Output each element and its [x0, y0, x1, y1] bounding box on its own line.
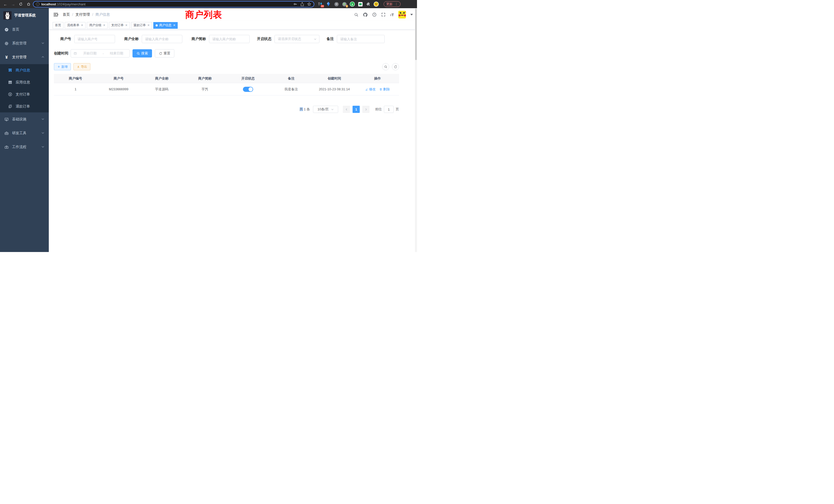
export-button[interactable]: 导出: [73, 63, 90, 70]
browser-home-button[interactable]: [25, 1, 32, 7]
cell-actions: 修改 删除: [356, 83, 399, 95]
close-icon[interactable]: ✕: [103, 24, 105, 27]
close-icon[interactable]: ✕: [81, 24, 83, 27]
chevron-down-icon: [331, 108, 334, 111]
reset-button-label: 重置: [163, 51, 170, 56]
monitor-icon: [4, 117, 9, 122]
user-avatar[interactable]: [398, 11, 406, 19]
browser-back-button[interactable]: ←: [2, 1, 9, 7]
tag-process-form[interactable]: 流程表单✕: [65, 22, 86, 29]
sidebar-item-infra[interactable]: 基础设施: [0, 112, 49, 126]
breadcrumb-pay[interactable]: 支付管理: [75, 12, 90, 17]
full-name-input[interactable]: [142, 35, 182, 43]
breadcrumb-current: 商户信息: [95, 12, 110, 17]
add-button[interactable]: 新增: [54, 63, 71, 70]
column-header: 创建时间: [313, 74, 356, 83]
goto-page-input[interactable]: [384, 106, 394, 113]
tag-merchant-info[interactable]: 商户信息✕: [153, 22, 178, 29]
page-scrollbar[interactable]: [415, 8, 417, 252]
browser-menu-icon[interactable]: ⋮: [395, 3, 398, 5]
tag-user-group[interactable]: 用户分组✕: [87, 22, 108, 29]
sidebar: 芋道管理系统 首页 系统管理 ¥ 支付管理: [0, 8, 49, 252]
filter-label: 商户全称: [121, 37, 142, 41]
dashboard-icon: [4, 27, 9, 32]
browser-refresh-button[interactable]: [18, 1, 24, 7]
sidebar-item-refund-order[interactable]: 退款订单: [0, 100, 49, 112]
reset-button[interactable]: 重置: [155, 49, 174, 58]
calendar-icon: [73, 51, 77, 55]
extension-pin-icon[interactable]: [326, 2, 331, 7]
table-row: 1 M233666999 芋道源码 芋艿 我是备注 2021-10-23 08:…: [54, 83, 399, 95]
breadcrumb: 首页 / 支付管理 / 商户信息: [63, 12, 110, 17]
column-header: 开启状态: [226, 74, 270, 83]
short-name-input[interactable]: [209, 35, 249, 43]
cell-remark: 我是备注: [270, 83, 313, 95]
search-icon[interactable]: [354, 13, 358, 17]
sidebar-item-home[interactable]: 首页: [0, 23, 49, 37]
extension-command-icon[interactable]: ⌘: [334, 2, 339, 7]
close-icon[interactable]: ✕: [125, 24, 127, 27]
filter-row-2: 创建时间 开始日期 - 结束日期 搜索 重置: [54, 49, 399, 58]
password-key-icon[interactable]: [293, 2, 297, 6]
avatar-caret-icon[interactable]: [410, 14, 413, 16]
tag-home[interactable]: 首页: [53, 22, 63, 29]
refresh-table-button[interactable]: [392, 63, 399, 70]
status-select[interactable]: 请选择开启状态: [275, 35, 320, 43]
sidebar-collapse-button[interactable]: [53, 12, 59, 18]
site-info-icon[interactable]: i: [36, 2, 40, 6]
browser-toolbar: ← → i localhost:1024/pay/merchant 10 ⌘ 1: [0, 0, 417, 8]
breadcrumb-home[interactable]: 首页: [63, 12, 70, 17]
sidebar-item-dev-tools[interactable]: 研发工具: [0, 126, 49, 140]
profile-emoji-glyph: [374, 2, 379, 7]
extension-tabs-icon[interactable]: 10: [318, 2, 323, 7]
share-icon[interactable]: [301, 2, 304, 6]
status-toggle[interactable]: [243, 87, 253, 92]
tag-pay-order[interactable]: 支付订单✕: [109, 22, 130, 29]
tag-label: 流程表单: [67, 23, 79, 27]
sidebar-item-workflow[interactable]: 工作流程: [0, 140, 49, 154]
create-time-range-picker[interactable]: 开始日期 - 结束日期: [71, 49, 130, 58]
app-header: 首页 / 支付管理 / 商户信息 ? TT: [49, 8, 417, 21]
search-button[interactable]: 搜索: [132, 49, 152, 58]
extension-recorder-icon[interactable]: 1: [342, 2, 347, 7]
address-bar[interactable]: i localhost:1024/pay/merchant: [33, 1, 314, 7]
app-logo[interactable]: 芋道管理系统: [0, 8, 49, 23]
filter-label: 商户号: [54, 37, 74, 41]
browser-profile-avatar[interactable]: [374, 2, 379, 7]
delete-button[interactable]: 删除: [379, 87, 390, 92]
prev-page-button[interactable]: [343, 106, 350, 113]
next-page-button[interactable]: [362, 106, 370, 113]
scrollbar-thumb[interactable]: [415, 9, 417, 60]
sidebar-item-merchant-info[interactable]: 商户信息: [0, 64, 49, 76]
sidebar-item-pay-order[interactable]: 支付订单: [0, 88, 49, 100]
chevron-right-icon: [365, 108, 368, 111]
remark-input[interactable]: [337, 35, 385, 43]
font-size-icon[interactable]: TT: [390, 13, 394, 17]
close-icon[interactable]: ✕: [147, 24, 150, 27]
page-number-1[interactable]: 1: [353, 106, 360, 113]
browser-update-button[interactable]: 更新 ⋮: [383, 1, 400, 7]
help-icon[interactable]: ?: [372, 12, 377, 17]
sidebar-item-app-info[interactable]: 应用信息: [0, 76, 49, 88]
browser-forward-button[interactable]: →: [10, 1, 17, 7]
extension-notes-icon[interactable]: [358, 2, 363, 7]
extension-badge: 10: [321, 5, 324, 7]
page-size-select[interactable]: 10条/页: [313, 106, 338, 113]
tag-refund-order[interactable]: 退款订单✕: [131, 22, 152, 29]
extensions-puzzle-icon[interactable]: [366, 2, 371, 7]
github-icon[interactable]: [363, 12, 368, 17]
tag-label: 支付订单: [111, 23, 124, 27]
sidebar-item-label: 工作流程: [12, 145, 26, 150]
close-icon[interactable]: ✕: [173, 24, 175, 27]
toggle-search-button[interactable]: [382, 63, 389, 70]
chevron-down-icon: [41, 117, 44, 121]
end-date-placeholder: 结束日期: [106, 51, 127, 56]
extension-y-icon[interactable]: y: [350, 2, 355, 7]
sidebar-item-pay[interactable]: ¥ 支付管理: [0, 50, 49, 64]
fullscreen-icon[interactable]: [381, 12, 386, 17]
bookmark-star-icon[interactable]: [307, 2, 311, 6]
merchant-no-input[interactable]: [74, 35, 115, 43]
extensions-row: 10 ⌘ 1 y 更新 ⋮: [318, 1, 400, 7]
edit-button[interactable]: 修改: [365, 87, 376, 92]
sidebar-item-system[interactable]: 系统管理: [0, 37, 49, 50]
